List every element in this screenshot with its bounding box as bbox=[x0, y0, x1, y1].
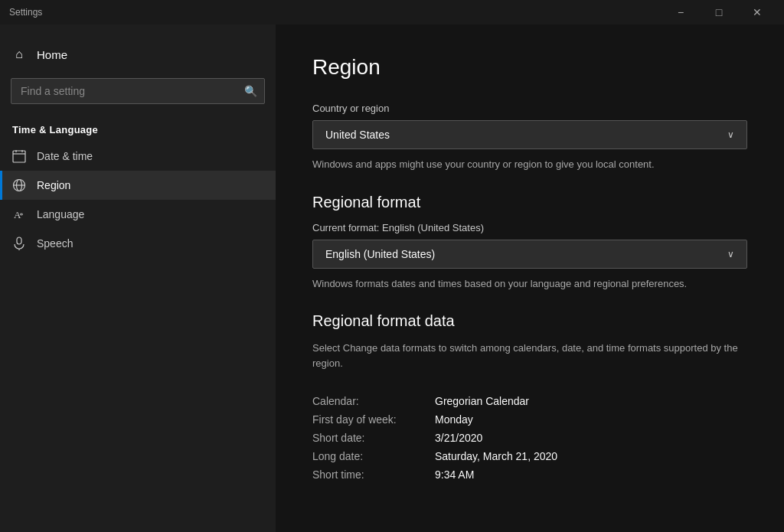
country-value: United States bbox=[325, 129, 390, 141]
table-row: Short date: 3/21/2020 bbox=[312, 429, 747, 447]
chevron-down-icon: ∨ bbox=[727, 129, 734, 140]
home-icon: ⌂ bbox=[12, 47, 26, 61]
row-value: 9:34 AM bbox=[435, 468, 474, 481]
speech-label: Speech bbox=[37, 237, 73, 250]
sidebar-item-home[interactable]: ⌂ Home bbox=[0, 40, 276, 69]
svg-text:*: * bbox=[19, 211, 23, 220]
region-label: Region bbox=[37, 179, 70, 191]
chevron-down-icon-format: ∨ bbox=[727, 249, 734, 259]
country-description: Windows and apps might use your country … bbox=[312, 157, 747, 172]
regional-format-data-section: Regional format data Select Change data … bbox=[312, 312, 747, 484]
sidebar-item-region[interactable]: Region bbox=[0, 171, 276, 200]
window-controls: − □ ✕ bbox=[663, 0, 775, 24]
format-value: English (United States) bbox=[325, 248, 435, 260]
table-row: Long date: Saturday, March 21, 2020 bbox=[312, 447, 747, 465]
minimize-button[interactable]: − bbox=[663, 0, 698, 24]
close-button[interactable]: ✕ bbox=[740, 0, 775, 24]
date-time-icon bbox=[12, 149, 26, 163]
app-container: ⌂ Home 🔍 Time & Language Date & time bbox=[0, 24, 784, 532]
content-area: Region Country or region United States ∨… bbox=[276, 24, 784, 532]
table-row: First day of week: Monday bbox=[312, 410, 747, 429]
table-row: Calendar: Gregorian Calendar bbox=[312, 392, 747, 410]
row-value: Saturday, March 21, 2020 bbox=[435, 450, 557, 462]
format-dropdown[interactable]: English (United States) ∨ bbox=[312, 240, 747, 269]
row-key: Long date: bbox=[312, 450, 435, 462]
country-label: Country or region bbox=[312, 103, 747, 114]
search-box: 🔍 bbox=[11, 78, 265, 104]
row-value: 3/21/2020 bbox=[435, 432, 482, 444]
country-dropdown[interactable]: United States ∨ bbox=[312, 120, 747, 149]
row-key: Short time: bbox=[312, 468, 435, 481]
format-data-table: Calendar: Gregorian Calendar First day o… bbox=[312, 392, 747, 484]
language-label: Language bbox=[37, 208, 84, 220]
regional-format-data-heading: Regional format data bbox=[312, 312, 747, 330]
sidebar-item-date-time[interactable]: Date & time bbox=[0, 142, 276, 171]
svg-rect-9 bbox=[17, 237, 21, 244]
country-section: Country or region United States ∨ Window… bbox=[312, 103, 747, 172]
page-title: Region bbox=[312, 55, 747, 80]
speech-icon bbox=[12, 237, 26, 250]
search-icon: 🔍 bbox=[244, 85, 257, 97]
row-key: Short date: bbox=[312, 432, 435, 444]
title-bar: Settings − □ ✕ bbox=[0, 0, 784, 24]
row-key: First day of week: bbox=[312, 413, 435, 426]
row-value: Monday bbox=[435, 413, 473, 426]
regional-format-data-description: Select Change data formats to switch amo… bbox=[312, 341, 747, 370]
sidebar-item-language[interactable]: A * Language bbox=[0, 200, 276, 229]
regional-format-section: Regional format Current format: English … bbox=[312, 194, 747, 292]
row-value: Gregorian Calendar bbox=[435, 395, 529, 407]
sidebar: ⌂ Home 🔍 Time & Language Date & time bbox=[0, 24, 276, 532]
current-format-label: Current format: English (United States) bbox=[312, 222, 747, 233]
date-time-label: Date & time bbox=[37, 150, 93, 162]
app-title: Settings bbox=[9, 7, 42, 18]
table-row: Short time: 9:34 AM bbox=[312, 465, 747, 484]
regional-format-heading: Regional format bbox=[312, 194, 747, 211]
sidebar-section-title: Time & Language bbox=[0, 113, 276, 142]
language-icon: A * bbox=[12, 207, 26, 221]
sidebar-item-speech[interactable]: Speech bbox=[0, 229, 276, 258]
svg-rect-0 bbox=[13, 151, 25, 162]
row-key: Calendar: bbox=[312, 395, 435, 407]
format-description: Windows formats dates and times based on… bbox=[312, 276, 747, 292]
search-input[interactable] bbox=[11, 78, 265, 104]
region-icon bbox=[12, 178, 26, 192]
home-label: Home bbox=[37, 48, 67, 61]
restore-button[interactable]: □ bbox=[701, 0, 737, 24]
